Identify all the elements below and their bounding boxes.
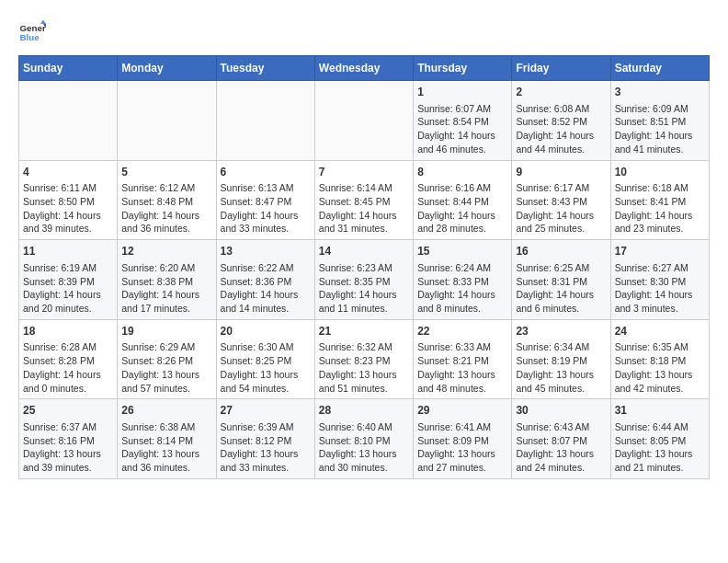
- day-info: Daylight: 14 hours and 39 minutes.: [23, 209, 113, 236]
- calendar-cell: 28Sunrise: 6:40 AMSunset: 8:10 PMDayligh…: [314, 399, 413, 479]
- calendar-cell: [216, 81, 314, 161]
- weekday-header: Thursday: [414, 56, 512, 81]
- day-number: 18: [23, 324, 113, 339]
- day-number: 29: [417, 403, 507, 419]
- day-info: Daylight: 13 hours and 24 minutes.: [516, 447, 606, 474]
- day-info: Sunset: 8:41 PM: [615, 195, 705, 209]
- day-info: Sunset: 8:47 PM: [221, 195, 311, 209]
- logo: General Blue: [18, 18, 46, 46]
- calendar-cell: 7Sunrise: 6:14 AMSunset: 8:45 PMDaylight…: [314, 160, 413, 240]
- day-info: Sunrise: 6:13 AM: [221, 181, 311, 195]
- day-info: Daylight: 13 hours and 39 minutes.: [23, 447, 113, 474]
- day-info: Sunset: 8:39 PM: [23, 275, 113, 289]
- day-info: Sunrise: 6:22 AM: [221, 261, 311, 275]
- day-info: Daylight: 14 hours and 44 minutes.: [516, 129, 606, 155]
- day-number: 31: [615, 403, 705, 419]
- day-info: Sunset: 8:35 PM: [319, 275, 409, 289]
- day-info: Sunset: 8:18 PM: [615, 354, 705, 368]
- calendar-cell: 1Sunrise: 6:07 AMSunset: 8:54 PMDaylight…: [414, 81, 512, 161]
- day-info: Sunset: 8:12 PM: [221, 434, 311, 448]
- day-info: Sunrise: 6:44 AM: [615, 420, 705, 434]
- day-info: Sunrise: 6:11 AM: [23, 181, 113, 195]
- day-number: 26: [121, 403, 211, 419]
- day-info: Daylight: 14 hours and 8 minutes.: [417, 288, 507, 315]
- calendar-cell: 6Sunrise: 6:13 AMSunset: 8:47 PMDaylight…: [216, 160, 314, 240]
- calendar-cell: 17Sunrise: 6:27 AMSunset: 8:30 PMDayligh…: [610, 240, 709, 320]
- day-info: Sunrise: 6:25 AM: [516, 261, 606, 275]
- day-info: Sunrise: 6:08 AM: [516, 102, 606, 116]
- day-info: Sunset: 8:19 PM: [516, 354, 606, 368]
- day-number: 7: [319, 165, 409, 180]
- day-info: Sunrise: 6:35 AM: [615, 340, 705, 354]
- day-info: Daylight: 13 hours and 21 minutes.: [615, 447, 705, 474]
- day-info: Daylight: 13 hours and 48 minutes.: [417, 368, 507, 395]
- day-info: Sunrise: 6:39 AM: [221, 420, 311, 434]
- day-info: Sunset: 8:33 PM: [417, 275, 507, 289]
- calendar-cell: 27Sunrise: 6:39 AMSunset: 8:12 PMDayligh…: [216, 399, 314, 479]
- weekday-header: Friday: [512, 56, 610, 81]
- day-number: 1: [417, 85, 507, 100]
- day-info: Sunrise: 6:23 AM: [319, 261, 409, 275]
- day-info: Sunrise: 6:34 AM: [516, 340, 606, 354]
- day-info: Sunrise: 6:16 AM: [417, 181, 507, 195]
- day-info: Daylight: 14 hours and 14 minutes.: [221, 288, 311, 315]
- day-info: Sunrise: 6:14 AM: [319, 181, 409, 195]
- day-info: Daylight: 14 hours and 23 minutes.: [615, 209, 705, 236]
- day-info: Sunrise: 6:29 AM: [121, 340, 211, 354]
- day-info: Sunrise: 6:33 AM: [417, 340, 507, 354]
- weekday-header: Monday: [118, 56, 216, 81]
- weekday-header: Sunday: [19, 56, 118, 81]
- day-number: 19: [121, 324, 211, 339]
- day-number: 6: [221, 165, 311, 180]
- day-info: Sunset: 8:28 PM: [23, 354, 113, 368]
- day-info: Daylight: 14 hours and 6 minutes.: [516, 288, 606, 315]
- day-number: 2: [516, 85, 606, 100]
- calendar-cell: 8Sunrise: 6:16 AMSunset: 8:44 PMDaylight…: [414, 160, 512, 240]
- calendar-cell: 22Sunrise: 6:33 AMSunset: 8:21 PMDayligh…: [414, 319, 512, 399]
- day-info: Sunset: 8:44 PM: [417, 195, 507, 209]
- calendar-cell: 4Sunrise: 6:11 AMSunset: 8:50 PMDaylight…: [19, 160, 118, 240]
- day-number: 30: [516, 403, 606, 419]
- calendar-body: 1Sunrise: 6:07 AMSunset: 8:54 PMDaylight…: [19, 81, 710, 479]
- day-info: Daylight: 14 hours and 0 minutes.: [23, 368, 113, 395]
- calendar-cell: 16Sunrise: 6:25 AMSunset: 8:31 PMDayligh…: [512, 240, 610, 320]
- calendar-cell: 5Sunrise: 6:12 AMSunset: 8:48 PMDaylight…: [118, 160, 216, 240]
- day-info: Sunrise: 6:09 AM: [615, 102, 705, 116]
- day-info: Sunrise: 6:28 AM: [23, 340, 113, 354]
- day-number: 13: [221, 244, 311, 259]
- calendar-cell: 11Sunrise: 6:19 AMSunset: 8:39 PMDayligh…: [19, 240, 118, 320]
- day-info: Sunrise: 6:32 AM: [319, 340, 409, 354]
- day-number: 17: [615, 244, 705, 259]
- day-info: Sunset: 8:54 PM: [417, 115, 507, 129]
- day-info: Daylight: 14 hours and 11 minutes.: [319, 288, 409, 315]
- day-info: Sunset: 8:14 PM: [121, 434, 211, 448]
- calendar-cell: 25Sunrise: 6:37 AMSunset: 8:16 PMDayligh…: [19, 399, 118, 479]
- day-number: 21: [319, 324, 409, 339]
- day-info: Daylight: 14 hours and 28 minutes.: [417, 209, 507, 236]
- day-number: 16: [516, 244, 606, 259]
- logo-icon: General Blue: [18, 18, 46, 46]
- calendar-cell: 9Sunrise: 6:17 AMSunset: 8:43 PMDaylight…: [512, 160, 610, 240]
- day-info: Sunrise: 6:38 AM: [121, 420, 211, 434]
- day-info: Sunset: 8:50 PM: [23, 195, 113, 209]
- day-number: 5: [121, 165, 211, 180]
- day-number: 11: [23, 244, 113, 259]
- calendar-cell: 26Sunrise: 6:38 AMSunset: 8:14 PMDayligh…: [118, 399, 216, 479]
- day-number: 24: [615, 324, 705, 339]
- calendar-header: SundayMondayTuesdayWednesdayThursdayFrid…: [19, 56, 710, 81]
- calendar-cell: 15Sunrise: 6:24 AMSunset: 8:33 PMDayligh…: [414, 240, 512, 320]
- day-number: 3: [615, 85, 705, 100]
- day-info: Daylight: 13 hours and 57 minutes.: [121, 368, 211, 395]
- day-number: 9: [516, 165, 606, 180]
- day-info: Daylight: 14 hours and 33 minutes.: [221, 209, 311, 236]
- day-info: Daylight: 13 hours and 33 minutes.: [221, 447, 311, 474]
- day-info: Sunrise: 6:41 AM: [417, 420, 507, 434]
- calendar-cell: 31Sunrise: 6:44 AMSunset: 8:05 PMDayligh…: [610, 399, 709, 479]
- day-info: Daylight: 14 hours and 36 minutes.: [121, 209, 211, 236]
- calendar-cell: [118, 81, 216, 161]
- day-number: 10: [615, 165, 705, 180]
- day-info: Daylight: 13 hours and 54 minutes.: [221, 368, 311, 395]
- day-info: Daylight: 14 hours and 20 minutes.: [23, 288, 113, 315]
- calendar-cell: 13Sunrise: 6:22 AMSunset: 8:36 PMDayligh…: [216, 240, 314, 320]
- day-info: Sunrise: 6:12 AM: [121, 181, 211, 195]
